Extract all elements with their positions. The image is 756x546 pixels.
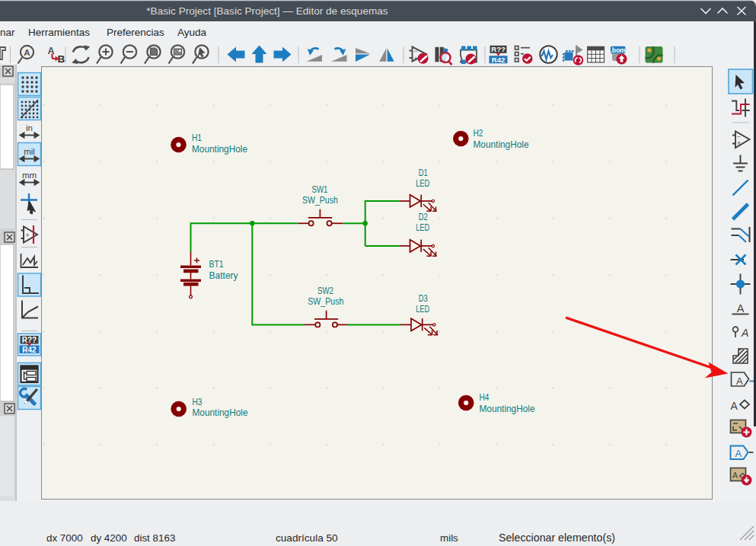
svg-text:+: + [26, 231, 30, 239]
svg-text:A: A [731, 400, 738, 412]
svg-text:LED: LED [416, 304, 429, 315]
svg-text:mil: mil [24, 147, 35, 156]
svg-text:B: B [58, 53, 65, 65]
svg-text:Preferencias: Preferencias [107, 27, 164, 38]
svg-text:SW2: SW2 [317, 286, 333, 296]
svg-text:BT1: BT1 [209, 259, 224, 270]
svg-text:A: A [741, 327, 748, 339]
svg-text:A: A [737, 302, 745, 315]
svg-text:SW_Push: SW_Push [302, 195, 338, 206]
svg-text:H2: H2 [474, 128, 483, 139]
svg-text:nar: nar [0, 27, 15, 38]
svg-text:Seleccionar elemento(s): Seleccionar elemento(s) [499, 532, 615, 544]
svg-text:*Basic Project [Basic Project]: *Basic Project [Basic Project] — Editor … [146, 5, 388, 17]
svg-text:MountingHole: MountingHole [474, 139, 529, 150]
svg-text:Battery: Battery [209, 270, 238, 281]
svg-text:SW1: SW1 [312, 184, 328, 195]
svg-text:A: A [736, 375, 743, 387]
svg-text:Ayuda: Ayuda [177, 27, 207, 38]
svg-text:D3: D3 [419, 293, 428, 304]
svg-text:H1: H1 [192, 133, 202, 143]
svg-text:cuadrícula 50: cuadrícula 50 [276, 532, 338, 544]
svg-text:A: A [735, 448, 742, 459]
svg-text:A: A [48, 46, 55, 56]
svg-text:.bom: .bom [610, 46, 626, 54]
svg-text:D1: D1 [419, 168, 428, 178]
svg-text:LED: LED [416, 222, 429, 233]
svg-text:MountingHole: MountingHole [193, 407, 248, 418]
svg-text:+: + [737, 139, 741, 147]
svg-text:Herramientas: Herramientas [28, 27, 90, 38]
svg-text:D2: D2 [419, 212, 428, 222]
svg-text:+: + [414, 55, 418, 62]
svg-text:MountingHole: MountingHole [192, 144, 247, 155]
svg-text:mm: mm [22, 171, 37, 180]
svg-text:MountingHole: MountingHole [480, 404, 535, 414]
svg-text:LED: LED [416, 178, 429, 189]
svg-text:R42: R42 [22, 346, 37, 354]
svg-text:A: A [732, 471, 738, 480]
svg-text:A: A [24, 48, 30, 57]
svg-text:R??: R?? [22, 336, 37, 344]
svg-text:mils: mils [440, 532, 458, 544]
svg-text:dist 8163: dist 8163 [134, 532, 175, 544]
svg-text:SW_Push: SW_Push [308, 296, 343, 307]
svg-text:H4: H4 [480, 392, 490, 403]
svg-text:H3: H3 [193, 397, 203, 407]
svg-text:R42: R42 [492, 56, 505, 64]
svg-text:R??: R?? [491, 45, 506, 53]
svg-text:in: in [26, 123, 33, 133]
svg-text:dy 4200: dy 4200 [91, 532, 127, 544]
svg-text:dx 7000: dx 7000 [46, 532, 83, 544]
